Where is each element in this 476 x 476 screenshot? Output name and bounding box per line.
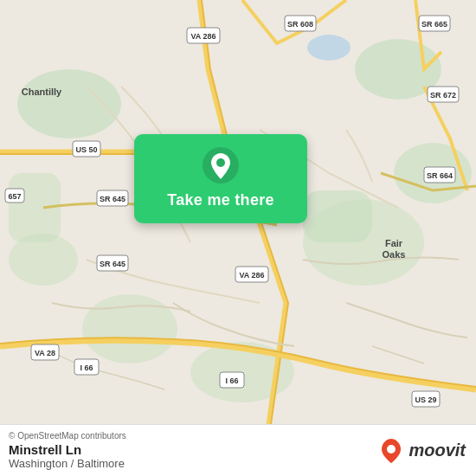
moovit-icon <box>377 437 405 465</box>
map-container: VA 286 SR 608 SR 665 US 50 657 SR 672 SR… <box>0 0 476 424</box>
svg-point-10 <box>307 35 351 61</box>
road-label-us50: US 50 <box>75 145 97 154</box>
attribution-text: © OpenStreetMap contributors <box>9 431 126 441</box>
road-label-va286-mid: VA 286 <box>239 271 264 280</box>
take-me-there-card[interactable]: Take me there <box>134 134 307 223</box>
bottom-info: © OpenStreetMap contributors Minstrell L… <box>9 431 126 470</box>
svg-point-29 <box>216 158 225 167</box>
svg-point-6 <box>82 294 177 363</box>
road-label-us29: US 29 <box>415 396 436 404</box>
place-label-fair-oaks: Fair <box>385 238 403 248</box>
road-label-va286-top: VA 286 <box>190 32 215 41</box>
location-name: Minstrell Ln <box>9 442 126 457</box>
road-label-sr664: SR 664 <box>427 171 453 180</box>
svg-point-30 <box>387 445 396 453</box>
road-label-657: 657 <box>8 192 21 201</box>
road-label-i66-left: I 66 <box>80 363 93 372</box>
road-label-i66-right: I 66 <box>225 376 238 385</box>
location-region: Washington / Baltimore <box>9 457 126 470</box>
svg-point-1 <box>17 69 121 138</box>
road-label-sr645-top: SR 645 <box>100 195 125 203</box>
road-label-sr608: SR 608 <box>287 20 313 29</box>
road-label-va28: VA 28 <box>35 349 55 357</box>
road-label-sr665: SR 665 <box>421 20 447 29</box>
road-label-sr672: SR 672 <box>430 91 456 100</box>
moovit-logo: moovit <box>377 437 466 465</box>
place-label-chantilly: Chantilly <box>22 87 62 97</box>
road-label-sr645-mid: SR 645 <box>100 260 125 268</box>
take-me-there-button-label: Take me there <box>167 191 274 209</box>
location-pin-icon <box>202 146 240 184</box>
place-label-fair-oaks-2: Oaks <box>383 249 406 260</box>
svg-point-4 <box>303 199 424 286</box>
moovit-brand-text: moovit <box>408 441 466 460</box>
bottom-bar: © OpenStreetMap contributors Minstrell L… <box>0 424 476 476</box>
